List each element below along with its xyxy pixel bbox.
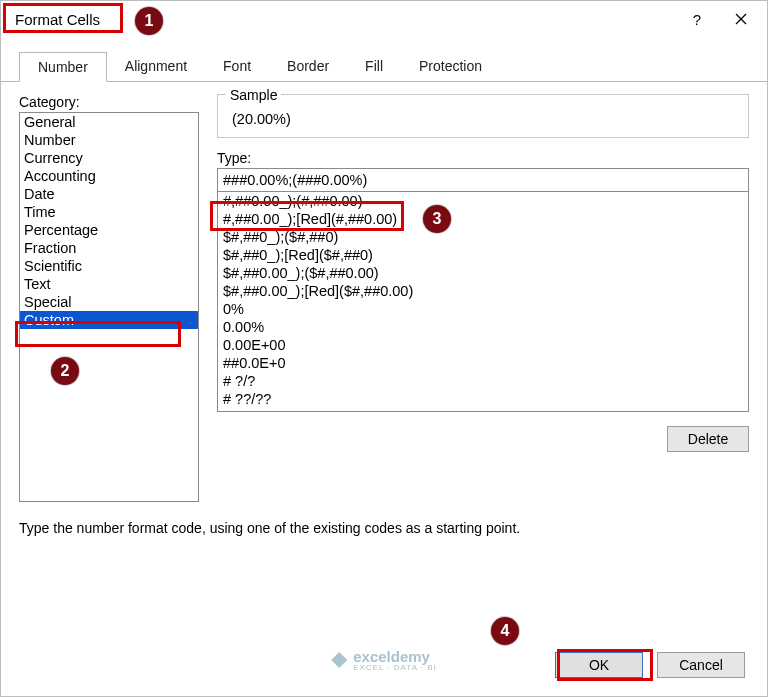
type-label: Type:: [217, 150, 749, 166]
tab-alignment[interactable]: Alignment: [107, 52, 205, 82]
close-button[interactable]: [719, 3, 763, 35]
list-item[interactable]: Percentage: [20, 221, 198, 239]
list-item[interactable]: 0.00E+00: [218, 336, 748, 354]
list-item[interactable]: ##0.0E+0: [218, 354, 748, 372]
list-item[interactable]: Fraction: [20, 239, 198, 257]
list-item[interactable]: 0%: [218, 300, 748, 318]
sample-value: (20.00%): [226, 109, 740, 129]
list-item[interactable]: 0.00%: [218, 318, 748, 336]
sample-group: Sample (20.00%): [217, 94, 749, 138]
type-format-list[interactable]: #,##0.00_);(#,##0.00) #,##0.00_);[Red](#…: [217, 192, 749, 412]
tab-font[interactable]: Font: [205, 52, 269, 82]
category-listbox[interactable]: General Number Currency Accounting Date …: [19, 112, 199, 502]
list-item[interactable]: # ??/??: [218, 390, 748, 408]
annotation-badge-4: 4: [491, 617, 519, 645]
list-item[interactable]: $#,##0.00_);[Red]($#,##0.00): [218, 282, 748, 300]
category-label: Category:: [19, 94, 199, 110]
delete-button[interactable]: Delete: [667, 426, 749, 452]
list-item[interactable]: #,##0.00_);[Red](#,##0.00): [218, 210, 748, 228]
tab-fill[interactable]: Fill: [347, 52, 401, 82]
list-item[interactable]: # ?/?: [218, 372, 748, 390]
ok-button[interactable]: OK: [555, 652, 643, 678]
watermark: exceldemy EXCEL · DATA · BI: [331, 648, 437, 672]
tab-number[interactable]: Number: [19, 52, 107, 82]
list-item[interactable]: Text: [20, 275, 198, 293]
watermark-icon: [331, 652, 347, 668]
list-item-custom[interactable]: Custom: [20, 311, 198, 329]
dialog-body: Category: General Number Currency Accoun…: [1, 82, 767, 536]
list-item[interactable]: Accounting: [20, 167, 198, 185]
close-icon: [735, 13, 747, 25]
format-cells-dialog: Format Cells ? Number Alignment Font Bor…: [0, 0, 768, 697]
list-item[interactable]: #,##0.00_);(#,##0.00): [218, 192, 748, 210]
type-input[interactable]: [217, 168, 749, 192]
tab-border[interactable]: Border: [269, 52, 347, 82]
help-button[interactable]: ?: [675, 3, 719, 35]
list-item[interactable]: Scientific: [20, 257, 198, 275]
dialog-footer: OK Cancel: [555, 652, 745, 678]
sample-label: Sample: [226, 87, 281, 103]
list-item[interactable]: $#,##0_);($#,##0): [218, 228, 748, 246]
titlebar: Format Cells ?: [1, 1, 767, 37]
tab-protection[interactable]: Protection: [401, 52, 500, 82]
list-item[interactable]: Date: [20, 185, 198, 203]
hint-text: Type the number format code, using one o…: [19, 502, 749, 536]
list-item[interactable]: Time: [20, 203, 198, 221]
cancel-button[interactable]: Cancel: [657, 652, 745, 678]
list-item[interactable]: Currency: [20, 149, 198, 167]
tab-strip: Number Alignment Font Border Fill Protec…: [1, 37, 767, 82]
list-item[interactable]: Special: [20, 293, 198, 311]
list-item[interactable]: Number: [20, 131, 198, 149]
dialog-title: Format Cells: [9, 9, 106, 30]
list-item[interactable]: $#,##0.00_);($#,##0.00): [218, 264, 748, 282]
list-item[interactable]: General: [20, 113, 198, 131]
list-item[interactable]: $#,##0_);[Red]($#,##0): [218, 246, 748, 264]
